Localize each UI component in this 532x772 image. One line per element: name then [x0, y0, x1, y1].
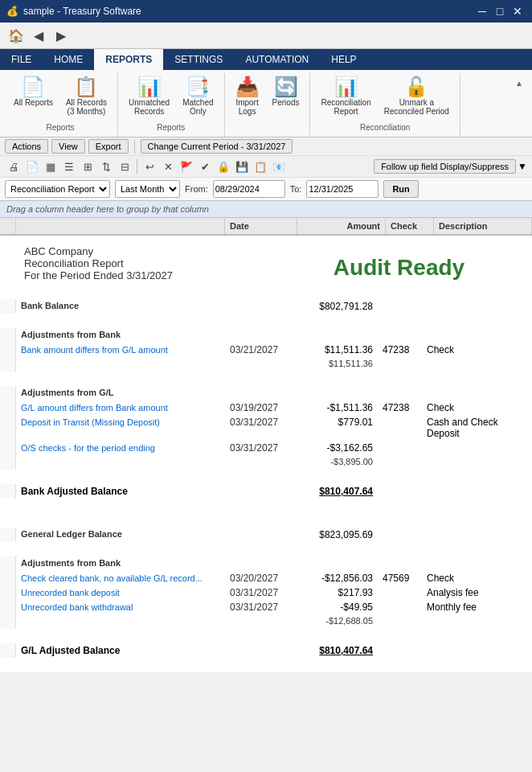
reconciliation-report-button[interactable]: 📊 ReconciliationReport: [315, 73, 376, 120]
import-logs-button[interactable]: 📥 ImportLogs: [230, 73, 265, 120]
email-button[interactable]: 📧: [270, 158, 288, 175]
spacer-2: [0, 314, 532, 328]
main-content[interactable]: ABC Company Reconciliation Report For th…: [0, 236, 532, 772]
tab-help[interactable]: HELP: [320, 49, 367, 70]
adj-bank2-item1-link[interactable]: Check cleared bank, no available G/L rec…: [21, 573, 203, 583]
view-menu-button[interactable]: View: [51, 139, 85, 154]
follow-up-button[interactable]: Follow up field Display/Suppress: [374, 159, 516, 174]
quick-access-toolbar: 🏠 ◀ ▶: [0, 23, 532, 49]
adj-gl-item2-label: Deposit in Transit (Missing Deposit): [16, 415, 225, 441]
period-bar: Reconciliation Report Summary Report Det…: [0, 178, 532, 200]
group-header: Drag a column header here to group by th…: [0, 201, 532, 218]
flag-button[interactable]: 🚩: [178, 158, 195, 175]
adj-bank-total-row: $11,511.36: [0, 357, 532, 372]
ribbon-group-reports: 📄 All Reports 📋 All Records(3 Months) Re…: [3, 73, 118, 137]
matched-only-button[interactable]: 📑 MatchedOnly: [177, 73, 219, 120]
row-num-1: [0, 299, 16, 314]
reconciliation-icon: 📊: [334, 77, 358, 96]
export-menu-button[interactable]: Export: [88, 139, 129, 154]
tab-settings[interactable]: SETTINGS: [163, 49, 234, 70]
unmark-icon: 🔓: [404, 77, 428, 96]
gl-balance-amount: $823,095.69: [289, 528, 378, 542]
spacer-8: [0, 629, 532, 643]
report-company: ABC Company: [24, 245, 274, 257]
adj-gl-item-2: Deposit in Transit (Missing Deposit) 03/…: [0, 415, 532, 441]
clear-button[interactable]: ✕: [159, 158, 177, 175]
periods-icon: 🔄: [274, 77, 298, 96]
dropdown-arrow-icon: ▼: [518, 161, 527, 172]
gl-balance-row: General Ledger Balance $823,095.69: [0, 528, 532, 542]
adj-bank2-item3-desc: Monthly fee: [422, 600, 532, 614]
adj-bank2-item1-check: 47569: [378, 571, 422, 585]
spacer-6: [0, 513, 532, 528]
actions-menu-button[interactable]: Actions: [5, 139, 48, 154]
home-button[interactable]: 🏠: [6, 26, 26, 45]
bank-balance-desc: [422, 299, 532, 314]
lock-button[interactable]: 🔒: [215, 158, 232, 175]
adj-bank-label: Adjustments from Bank: [16, 328, 225, 343]
tab-reports[interactable]: REPORTS: [94, 49, 163, 70]
tab-file[interactable]: FILE: [0, 49, 43, 70]
ribbon-collapse-button[interactable]: ▲: [513, 76, 526, 89]
filter-button[interactable]: ⊟: [116, 158, 133, 175]
ribbon-tabs: FILE HOME REPORTS SETTINGS AUTOMATION HE…: [0, 49, 532, 70]
adj-bank2-item3-link[interactable]: Unrecorded bank withdrawal: [21, 602, 133, 612]
adj-bank2-item2-date: 03/31/2027: [225, 585, 289, 600]
adj-gl-item2-date: 03/31/2027: [225, 415, 289, 441]
adj-bank-total: $11,511.36: [289, 357, 378, 372]
spacer-5: [0, 499, 532, 513]
ribbon: FILE HOME REPORTS SETTINGS AUTOMATION HE…: [0, 49, 532, 138]
to-date-input[interactable]: [306, 180, 379, 198]
tab-home[interactable]: HOME: [43, 49, 94, 70]
adj-bank2-item3-date: 03/31/2027: [225, 600, 289, 614]
bank-adj-balance-label: Bank Adjusted Balance: [16, 484, 225, 499]
tab-automation[interactable]: AUTOMATION: [234, 49, 320, 70]
change-period-button[interactable]: Change Current Period - 3/31/2027: [141, 139, 293, 154]
sort-button[interactable]: ⇅: [97, 158, 115, 175]
close-button[interactable]: ✕: [509, 3, 526, 19]
from-label: From:: [185, 184, 208, 194]
adj-gl-total: -$3,895.00: [289, 455, 378, 470]
adj-bank2-item-3: Unrecorded bank withdrawal 03/31/2027 -$…: [0, 600, 532, 614]
undo-button[interactable]: ↩: [141, 158, 158, 175]
periods-button[interactable]: 🔄 Periods: [267, 73, 305, 111]
adj-gl-item1-date: 03/19/2027: [225, 400, 289, 415]
expand-button[interactable]: ⊞: [79, 158, 96, 175]
adj-gl-item2-link[interactable]: Deposit in Transit (Missing Deposit): [21, 417, 160, 427]
maximize-button[interactable]: □: [492, 3, 508, 19]
export-pdf-button[interactable]: 📄: [23, 158, 41, 175]
all-records-button[interactable]: 📋 All Records(3 Months): [60, 73, 113, 120]
check-button[interactable]: ✔: [196, 158, 214, 175]
adj-gl-item1-link[interactable]: G/L amount differs from Bank amount: [21, 403, 168, 413]
adj-gl-label: Adjustments from G/L: [16, 386, 225, 400]
adj-gl-item2-amount: $779.01: [289, 415, 378, 441]
forward-button[interactable]: ▶: [51, 26, 71, 45]
report-title: Reconciliation Report: [24, 257, 274, 269]
copy-button[interactable]: 📋: [252, 158, 269, 175]
date-range-select[interactable]: Last Month This Month Custom: [115, 180, 180, 198]
grid-view-button[interactable]: ▦: [42, 158, 59, 175]
minimize-button[interactable]: ─: [474, 3, 490, 19]
ribbon-group-label-recon: Reconciliation: [360, 121, 410, 133]
toolbar-row-icons: 🖨 📄 ▦ ☰ ⊞ ⇅ ⊟ ↩ ✕ 🚩 ✔ 🔒 💾 📋 📧 Follow up …: [0, 156, 532, 178]
all-reports-button[interactable]: 📄 All Reports: [8, 73, 59, 111]
unmatched-records-button[interactable]: 📊 UnmatchedRecords: [123, 73, 175, 120]
list-view-button[interactable]: ☰: [60, 158, 78, 175]
run-button[interactable]: Run: [383, 180, 418, 198]
title-bar: 💰 sample - Treasury Software ─ □ ✕: [0, 0, 532, 23]
report-type-select[interactable]: Reconciliation Report Summary Report Det…: [5, 180, 110, 198]
col-header-description: Description: [434, 218, 532, 234]
back-button[interactable]: ◀: [29, 26, 48, 45]
adj-bank2-item2-link[interactable]: Unrecorded bank deposit: [21, 588, 120, 597]
print-button[interactable]: 🖨: [5, 158, 23, 175]
col-header-rownum: [0, 218, 16, 234]
adj-gl-item1-amount: -$1,511.36: [289, 400, 378, 415]
save-button[interactable]: 💾: [233, 158, 251, 175]
import-icon: 📥: [235, 77, 260, 96]
spacer-4: [0, 470, 532, 484]
adj-gl-item3-link[interactable]: O/S checks - for the period ending: [21, 443, 155, 453]
unmark-period-button[interactable]: 🔓 Unmark aReconciled Period: [379, 73, 455, 120]
from-date-input[interactable]: [213, 180, 285, 198]
adj-bank2-item-2: Unrecorded bank deposit 03/31/2027 $217.…: [0, 585, 532, 600]
adj-bank-item1-link[interactable]: Bank amount differs from G/L amount: [21, 345, 168, 355]
